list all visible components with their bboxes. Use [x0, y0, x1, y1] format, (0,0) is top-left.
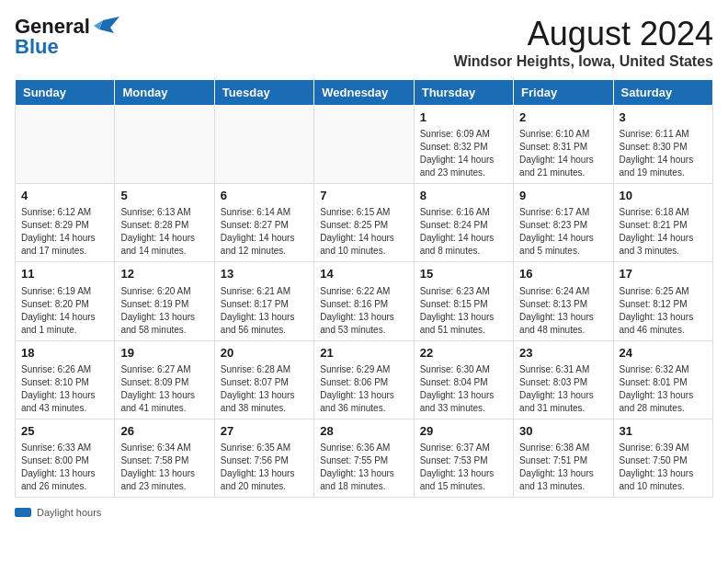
table-row: 5Sunrise: 6:13 AMSunset: 8:28 PMDaylight… — [115, 184, 214, 262]
table-row: 31Sunrise: 6:39 AMSunset: 7:50 PMDayligh… — [613, 419, 712, 497]
day-number: 26 — [120, 423, 208, 440]
day-info: Sunrise: 6:14 AMSunset: 8:27 PMDaylight:… — [221, 206, 308, 258]
table-row — [214, 106, 313, 184]
logo-bird-icon — [94, 17, 119, 37]
table-row: 25Sunrise: 6:33 AMSunset: 8:00 PMDayligh… — [16, 419, 115, 497]
table-row: 23Sunrise: 6:31 AMSunset: 8:03 PMDayligh… — [514, 340, 613, 419]
day-number: 18 — [21, 345, 108, 362]
day-info: Sunrise: 6:39 AMSunset: 7:50 PMDaylight:… — [620, 442, 707, 493]
day-number: 31 — [620, 423, 707, 440]
day-number: 1 — [420, 109, 507, 126]
day-info: Sunrise: 6:30 AMSunset: 8:04 PMDaylight:… — [420, 363, 507, 415]
page-header: General Blue August 2024 Windsor Heights… — [15, 15, 713, 70]
day-info: Sunrise: 6:21 AMSunset: 8:17 PMDaylight:… — [221, 285, 308, 337]
table-row: 28Sunrise: 6:36 AMSunset: 7:55 PMDayligh… — [314, 419, 414, 497]
table-row: 19Sunrise: 6:27 AMSunset: 8:09 PMDayligh… — [115, 340, 214, 419]
calendar-week-row: 18Sunrise: 6:26 AMSunset: 8:10 PMDayligh… — [16, 340, 713, 419]
day-info: Sunrise: 6:27 AMSunset: 8:09 PMDaylight:… — [120, 363, 208, 415]
table-row: 7Sunrise: 6:15 AMSunset: 8:25 PMDaylight… — [314, 184, 414, 262]
day-number: 27 — [221, 423, 308, 440]
table-row — [115, 106, 214, 184]
calendar-table: Sunday Monday Tuesday Wednesday Thursday… — [15, 79, 713, 498]
table-row: 22Sunrise: 6:30 AMSunset: 8:04 PMDayligh… — [414, 340, 513, 419]
day-info: Sunrise: 6:13 AMSunset: 8:28 PMDaylight:… — [120, 206, 208, 258]
day-info: Sunrise: 6:22 AMSunset: 8:16 PMDaylight:… — [320, 285, 407, 337]
logo-text-blue: Blue — [15, 35, 59, 59]
legend: Daylight hours — [15, 507, 713, 518]
day-number: 11 — [21, 266, 108, 282]
table-row: 4Sunrise: 6:12 AMSunset: 8:29 PMDaylight… — [16, 184, 115, 262]
day-info: Sunrise: 6:11 AMSunset: 8:30 PMDaylight:… — [620, 128, 707, 179]
day-info: Sunrise: 6:38 AMSunset: 7:51 PMDaylight:… — [519, 442, 607, 493]
table-row: 21Sunrise: 6:29 AMSunset: 8:06 PMDayligh… — [314, 340, 414, 419]
calendar-title: August 2024 — [453, 15, 713, 53]
day-number: 19 — [120, 345, 208, 362]
table-row: 13Sunrise: 6:21 AMSunset: 8:17 PMDayligh… — [214, 262, 313, 340]
day-info: Sunrise: 6:10 AMSunset: 8:31 PMDaylight:… — [519, 128, 607, 179]
table-row: 16Sunrise: 6:24 AMSunset: 8:13 PMDayligh… — [514, 262, 613, 340]
day-number: 5 — [120, 188, 208, 204]
table-row: 11Sunrise: 6:19 AMSunset: 8:20 PMDayligh… — [16, 262, 115, 340]
day-number: 3 — [620, 109, 707, 126]
table-row: 10Sunrise: 6:18 AMSunset: 8:21 PMDayligh… — [613, 184, 712, 262]
header-thursday: Thursday — [414, 80, 513, 106]
day-info: Sunrise: 6:15 AMSunset: 8:25 PMDaylight:… — [320, 206, 407, 258]
day-number: 25 — [21, 423, 108, 440]
day-number: 14 — [320, 266, 407, 282]
day-info: Sunrise: 6:26 AMSunset: 8:10 PMDaylight:… — [21, 363, 108, 415]
day-number: 28 — [320, 423, 407, 440]
day-info: Sunrise: 6:28 AMSunset: 8:07 PMDaylight:… — [221, 363, 308, 415]
day-info: Sunrise: 6:37 AMSunset: 7:53 PMDaylight:… — [420, 442, 507, 493]
title-section: August 2024 Windsor Heights, Iowa, Unite… — [453, 15, 713, 70]
day-info: Sunrise: 6:29 AMSunset: 8:06 PMDaylight:… — [320, 363, 407, 415]
day-info: Sunrise: 6:34 AMSunset: 7:58 PMDaylight:… — [120, 442, 208, 493]
table-row: 15Sunrise: 6:23 AMSunset: 8:15 PMDayligh… — [414, 262, 513, 340]
table-row: 30Sunrise: 6:38 AMSunset: 7:51 PMDayligh… — [514, 419, 613, 497]
calendar-week-row: 25Sunrise: 6:33 AMSunset: 8:00 PMDayligh… — [16, 419, 713, 497]
day-number: 15 — [420, 266, 507, 282]
table-row: 26Sunrise: 6:34 AMSunset: 7:58 PMDayligh… — [115, 419, 214, 497]
day-number: 9 — [519, 188, 607, 204]
table-row: 24Sunrise: 6:32 AMSunset: 8:01 PMDayligh… — [613, 340, 712, 419]
day-number: 7 — [320, 188, 407, 204]
svg-marker-0 — [99, 17, 119, 33]
day-number: 20 — [221, 345, 308, 362]
day-info: Sunrise: 6:36 AMSunset: 7:55 PMDaylight:… — [320, 442, 407, 493]
table-row: 20Sunrise: 6:28 AMSunset: 8:07 PMDayligh… — [214, 340, 313, 419]
table-row: 1Sunrise: 6:09 AMSunset: 8:32 PMDaylight… — [414, 106, 513, 184]
day-info: Sunrise: 6:35 AMSunset: 7:56 PMDaylight:… — [221, 442, 308, 493]
table-row: 17Sunrise: 6:25 AMSunset: 8:12 PMDayligh… — [613, 262, 712, 340]
day-info: Sunrise: 6:33 AMSunset: 8:00 PMDaylight:… — [21, 442, 108, 493]
calendar-week-row: 4Sunrise: 6:12 AMSunset: 8:29 PMDaylight… — [16, 184, 713, 262]
day-number: 8 — [420, 188, 507, 204]
table-row: 18Sunrise: 6:26 AMSunset: 8:10 PMDayligh… — [16, 340, 115, 419]
day-number: 21 — [320, 345, 407, 362]
day-number: 6 — [221, 188, 308, 204]
table-row: 8Sunrise: 6:16 AMSunset: 8:24 PMDaylight… — [414, 184, 513, 262]
calendar-week-row: 1Sunrise: 6:09 AMSunset: 8:32 PMDaylight… — [16, 106, 713, 184]
header-saturday: Saturday — [613, 80, 712, 106]
day-number: 24 — [620, 345, 707, 362]
day-number: 13 — [221, 266, 308, 282]
header-wednesday: Wednesday — [314, 80, 414, 106]
table-row: 27Sunrise: 6:35 AMSunset: 7:56 PMDayligh… — [214, 419, 313, 497]
day-number: 12 — [120, 266, 208, 282]
legend-label: Daylight hours — [37, 507, 101, 518]
day-info: Sunrise: 6:09 AMSunset: 8:32 PMDaylight:… — [420, 128, 507, 179]
logo: General Blue — [15, 15, 119, 59]
table-row: 2Sunrise: 6:10 AMSunset: 8:31 PMDaylight… — [514, 106, 613, 184]
table-row: 6Sunrise: 6:14 AMSunset: 8:27 PMDaylight… — [214, 184, 313, 262]
table-row — [314, 106, 414, 184]
day-info: Sunrise: 6:16 AMSunset: 8:24 PMDaylight:… — [420, 206, 507, 258]
day-number: 16 — [519, 266, 607, 282]
day-number: 17 — [620, 266, 707, 282]
day-info: Sunrise: 6:20 AMSunset: 8:19 PMDaylight:… — [120, 285, 208, 337]
table-row: 9Sunrise: 6:17 AMSunset: 8:23 PMDaylight… — [514, 184, 613, 262]
header-tuesday: Tuesday — [214, 80, 313, 106]
table-row: 14Sunrise: 6:22 AMSunset: 8:16 PMDayligh… — [314, 262, 414, 340]
day-info: Sunrise: 6:25 AMSunset: 8:12 PMDaylight:… — [620, 285, 707, 337]
day-number: 10 — [620, 188, 707, 204]
calendar-week-row: 11Sunrise: 6:19 AMSunset: 8:20 PMDayligh… — [16, 262, 713, 340]
day-info: Sunrise: 6:18 AMSunset: 8:21 PMDaylight:… — [620, 206, 707, 258]
day-number: 29 — [420, 423, 507, 440]
